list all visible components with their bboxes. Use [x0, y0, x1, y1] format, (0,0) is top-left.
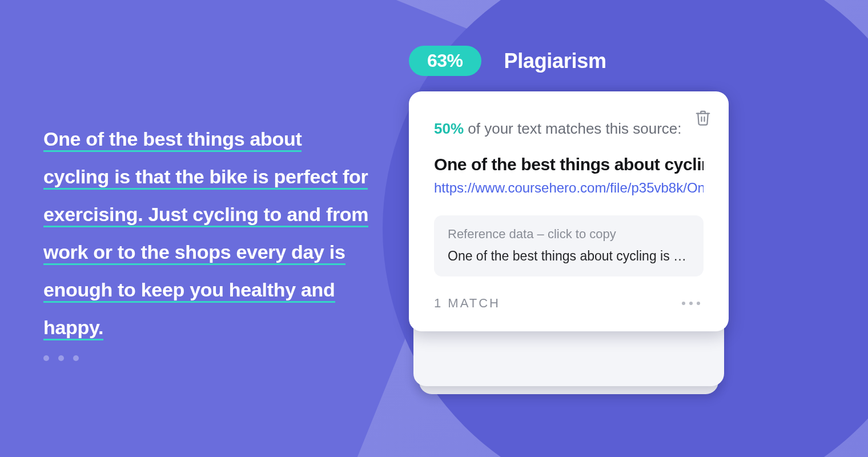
match-percent-value: 50% [434, 120, 464, 137]
reference-text: One of the best things about cycling is … [448, 248, 690, 264]
dot-icon [689, 302, 693, 305]
match-snippet-title: One of the best things about cycling is [434, 155, 704, 174]
result-card-stack: 50% of your text matches this source: On… [409, 91, 729, 331]
pager-dot[interactable] [58, 355, 64, 361]
match-percent-suffix: of your text matches this source: [464, 120, 682, 137]
pager-dot[interactable] [43, 355, 49, 361]
pager-dot[interactable] [73, 355, 79, 361]
card-footer: 1 MATCH [434, 296, 704, 311]
match-percent-line: 50% of your text matches this source: [434, 120, 704, 138]
reference-label: Reference data – click to copy [448, 227, 690, 242]
result-title: Plagiarism [504, 49, 606, 73]
trash-icon [694, 109, 712, 127]
match-count-label: 1 MATCH [434, 296, 500, 311]
delete-button[interactable] [694, 109, 712, 129]
reference-copy-box[interactable]: Reference data – click to copy One of th… [434, 215, 704, 276]
more-options-button[interactable] [678, 298, 704, 308]
dot-icon [682, 302, 685, 305]
highlighted-text: One of the best things about cycling is … [43, 128, 368, 340]
match-card: 50% of your text matches this source: On… [409, 91, 729, 331]
result-header: 63% Plagiarism [409, 46, 606, 76]
source-url-link[interactable]: https://www.coursehero.com/file/p35vb8k/… [434, 180, 704, 196]
pager-dots[interactable] [43, 355, 79, 361]
dot-icon [697, 302, 700, 305]
sample-text-block: One of the best things about cycling is … [43, 120, 369, 346]
overall-percent-badge: 63% [409, 46, 481, 76]
